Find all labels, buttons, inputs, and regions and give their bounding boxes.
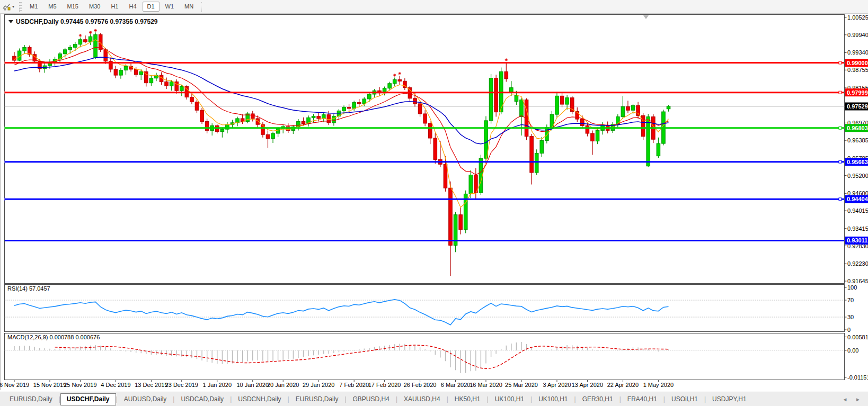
date-label: 3 Apr 2020	[543, 382, 571, 388]
date-axis: 6 Nov 201915 Nov 201925 Nov 20194 Dec 20…	[0, 380, 674, 389]
symbol-tab-hk50-h1[interactable]: HK50,H1	[448, 393, 487, 405]
macd-axis-tick: -0.011514	[847, 374, 868, 381]
symbol-tab-ger30-h1[interactable]: GER30,H1	[576, 393, 619, 405]
date-label: 16 Mar 2020	[470, 382, 502, 388]
price-axis-tick: 0.92230	[847, 260, 868, 267]
date-label: 4 Dec 2019	[101, 382, 130, 388]
symbol-tab-eurusd-daily[interactable]: EURUSD,Daily	[289, 393, 345, 405]
rsi-indicator-label: RSI(14) 57.0457	[7, 285, 50, 292]
price-axis-tick: 0.93415	[847, 225, 868, 232]
symbol-tab-usdcad-daily[interactable]: USDCAD,Daily	[174, 393, 230, 405]
symbol-tabs: EURUSD,Daily|USDCHF,Daily|AUDUSD,Daily|U…	[3, 393, 753, 405]
symbol-tab-uk100-h1[interactable]: UK100,H1	[489, 393, 530, 405]
date-label: 25 Nov 2019	[64, 382, 96, 388]
date-label: 15 Nov 2019	[33, 382, 66, 388]
date-label: 29 Jan 2020	[303, 382, 335, 388]
hline-handle-right[interactable]	[839, 61, 842, 64]
date-label: 25 Mar 2020	[505, 382, 538, 388]
hline-handle-right[interactable]	[839, 127, 842, 129]
date-label: 7 Feb 2020	[339, 382, 369, 388]
date-label: 1 May 2020	[643, 382, 674, 388]
fractal-star-marker	[393, 74, 396, 76]
symbol-tab-eurusd-daily[interactable]: EURUSD,Daily	[3, 393, 59, 405]
price-axis-tick: 0.98755	[847, 67, 868, 73]
date-label: 6 Nov 2019	[0, 382, 29, 388]
date-label: 13 Apr 2020	[572, 382, 603, 388]
rsi-axis-tick: 100	[847, 284, 857, 291]
price-badge-0.97999-text: 0.97999	[847, 89, 868, 96]
symbol-tab-usdchf-daily[interactable]: USDCHF,Daily	[60, 393, 116, 405]
macd-axis-tick: 0.005818	[847, 334, 868, 340]
price-axis-tick: 0.95200	[847, 173, 868, 179]
price-axis-tick: 0.91645	[847, 278, 868, 284]
tab-scroll-right-icon[interactable]: ►	[855, 396, 864, 402]
price-axis-tick: 1.00525	[847, 14, 868, 21]
hline-handle-right[interactable]	[839, 91, 842, 94]
date-label: 13 Dec 2019	[135, 382, 167, 388]
date-label: 6 Mar 2020	[441, 382, 471, 388]
hline-handle-right[interactable]	[839, 160, 842, 163]
macd-axis-tick: 0.00	[847, 347, 858, 354]
hline-handle-right[interactable]	[839, 198, 842, 201]
symbol-tab-usoil-h1[interactable]: USOil,H1	[665, 393, 704, 405]
symbol-tab-xauusd-h4[interactable]: XAUUSD,H4	[397, 393, 447, 405]
date-label: 20 Jan 2020	[267, 382, 299, 388]
price-badge-0.93011-text: 0.93011	[847, 237, 867, 243]
fractal-star-marker	[94, 29, 97, 32]
rsi-axis-tick: 70	[847, 297, 854, 303]
price-axis-tick: 0.94015	[847, 207, 868, 214]
rsi-axis-tick: 30	[847, 314, 854, 320]
price-axis-tick: 0.99340	[847, 49, 868, 56]
main-chart-panel[interactable]	[5, 15, 845, 284]
date-label: 10 Jan 2020	[237, 382, 269, 388]
macd-panel[interactable]	[5, 333, 845, 380]
tab-scroll-left-icon[interactable]: ◄	[842, 396, 851, 402]
price-axis-tick: 0.99940	[847, 32, 868, 38]
trading-platform-window: ▾ M1M5M15M30H1H4D1W1MN USDCHF,Daily 0.97…	[0, 0, 868, 406]
date-label: 26 Feb 2020	[404, 382, 437, 388]
fractal-star-marker	[505, 58, 508, 61]
macd-indicator-label: MACD(12,26,9) 0.000788 0.000676	[7, 334, 100, 340]
chart-title-ohlc: USDCHF,Daily 0.97445 0.97576 0.97355 0.9…	[16, 18, 158, 25]
date-label: 1 Jan 2020	[203, 382, 232, 388]
symbol-tab-gbpusd-h4[interactable]: GBPUSD,H4	[347, 393, 396, 405]
symbol-tab-usdcnh-daily[interactable]: USDCNH,Daily	[232, 393, 287, 405]
tab-scroll-arrows[interactable]: ◄ ►	[842, 396, 864, 402]
symbol-tab-fra40-h1[interactable]: FRA40,H1	[621, 393, 663, 405]
date-label: 17 Feb 2020	[368, 382, 401, 388]
fractal-star-marker	[89, 31, 92, 34]
rsi-axis-tick: 0	[847, 327, 851, 333]
current-price-badge-text: 0.97529	[847, 103, 868, 110]
symbol-tab-bar: EURUSD,Daily|USDCHF,Daily|AUDUSD,Daily|U…	[0, 392, 868, 406]
rsi-panel[interactable]	[5, 285, 845, 332]
price-axis-tick: 0.96385	[847, 137, 868, 143]
price-badge-0.96803-text: 0.96803	[847, 125, 868, 131]
fractal-star-marker	[398, 72, 401, 75]
price-badge-0.99000-text: 0.99000	[847, 60, 868, 66]
symbol-tab-uk100-h1[interactable]: UK100,H1	[532, 393, 574, 405]
price-badge-0.95663-text: 0.95663	[847, 159, 868, 165]
symbol-tab-audusd-daily[interactable]: AUDUSD,Daily	[118, 393, 173, 405]
fractal-star-marker	[79, 34, 82, 37]
symbol-tab-usdjpy-h1[interactable]: USDJPY,H1	[706, 393, 752, 405]
date-label: 23 Dec 2019	[165, 382, 198, 388]
date-label: 22 Apr 2020	[607, 382, 639, 388]
price-badge-0.94404-text: 0.94404	[847, 196, 868, 202]
